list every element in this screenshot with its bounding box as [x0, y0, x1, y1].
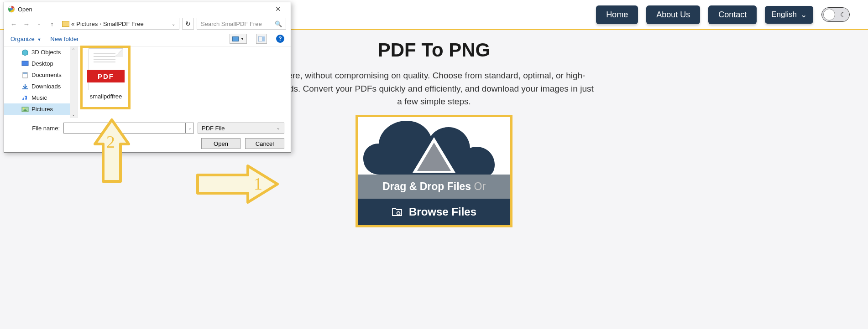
music-icon: [21, 95, 29, 101]
svg-point-13: [23, 108, 25, 109]
caret-down-icon: ⌄: [277, 126, 280, 130]
language-label: English: [771, 10, 797, 19]
svg-rect-11: [23, 72, 27, 74]
caret-down-icon: ▼: [241, 37, 244, 41]
pane-icon: [258, 36, 265, 41]
refresh-button[interactable]: ↻: [182, 18, 194, 30]
tree-scrollbar[interactable]: ⌃ ⌄: [70, 46, 77, 118]
tree-item-3d-objects[interactable]: 3D Objects: [4, 46, 77, 58]
folder-search-icon: [392, 207, 403, 217]
caret-down-icon: ▼: [37, 37, 41, 42]
organize-button[interactable]: Organize ▼: [10, 36, 41, 42]
dragdrop-label: Drag & Drop Files Or: [358, 175, 510, 199]
svg-point-2: [397, 211, 400, 215]
tree-item-music[interactable]: Music: [4, 92, 77, 103]
dialog-nav: ← → ⌄ ↑ « Pictures › SmallPDF Free ⌄ ↻ S…: [4, 16, 291, 31]
scroll-up-icon[interactable]: ⌃: [70, 46, 77, 54]
svg-rect-9: [22, 61, 28, 66]
close-button[interactable]: ✕: [269, 5, 287, 13]
search-icon: 🔍: [275, 21, 282, 27]
file-open-dialog: Open ✕ ← → ⌄ ↑ « Pictures › SmallPDF Fre…: [4, 2, 291, 153]
svg-marker-8: [22, 50, 28, 56]
back-button[interactable]: ←: [9, 19, 19, 29]
view-icon: [232, 36, 239, 41]
desktop-icon: [21, 61, 29, 67]
cloud-illustration: [358, 117, 510, 175]
dialog-title: Open: [18, 6, 269, 13]
chrome-icon: [8, 5, 15, 13]
scroll-down-icon[interactable]: ⌄: [70, 111, 77, 118]
help-button[interactable]: ?: [276, 35, 284, 43]
folder-tree: 3D Objects Desktop Documents Downloads M…: [4, 46, 77, 118]
file-item-smallpdffree[interactable]: PDF smallpdffree: [83, 48, 129, 100]
breadcrumb-current[interactable]: SmallPDF Free: [103, 21, 144, 27]
dialog-toolbar: Organize ▼ New folder ▼ ?: [4, 31, 291, 46]
dialog-titlebar: Open ✕: [4, 2, 291, 16]
dropzone[interactable]: Drag & Drop Files Or Browse Files: [356, 115, 512, 227]
dialog-footer: File name: ⌄ PDF File ⌄ Open Cancel: [4, 118, 291, 154]
cancel-button[interactable]: Cancel: [245, 138, 284, 149]
about-button[interactable]: About Us: [646, 5, 700, 24]
filename-dropdown[interactable]: ⌄: [186, 123, 194, 134]
home-button[interactable]: Home: [596, 5, 638, 24]
cube-icon: [21, 49, 29, 56]
moon-icon: ☾: [840, 11, 846, 18]
tree-item-documents[interactable]: Documents: [4, 69, 77, 81]
new-folder-button[interactable]: New folder: [50, 36, 78, 42]
svg-rect-7: [262, 36, 265, 41]
breadcrumb-pictures[interactable]: Pictures: [76, 21, 98, 27]
language-select[interactable]: English ⌄: [765, 6, 813, 24]
toggle-knob: [823, 9, 835, 21]
open-button[interactable]: Open: [201, 138, 241, 149]
breadcrumb-dropdown[interactable]: ⌄: [170, 21, 177, 26]
preview-pane-button[interactable]: [256, 34, 267, 44]
theme-toggle[interactable]: ☾: [821, 7, 850, 22]
download-icon: [21, 83, 29, 90]
file-list: PDF smallpdffree: [77, 46, 291, 118]
breadcrumb[interactable]: « Pictures › SmallPDF Free ⌄: [60, 18, 179, 30]
folder-icon: [62, 21, 69, 27]
chevron-down-icon: ⌄: [800, 10, 807, 20]
up-button[interactable]: ↑: [47, 19, 57, 29]
contact-button[interactable]: Contact: [708, 5, 757, 24]
view-mode-button[interactable]: ▼: [230, 34, 247, 44]
tree-item-desktop[interactable]: Desktop: [4, 58, 77, 69]
recent-dropdown[interactable]: ⌄: [34, 19, 44, 29]
tree-item-pictures[interactable]: Pictures ⌄: [4, 103, 77, 115]
browse-files-button[interactable]: Browse Files: [358, 199, 510, 225]
tree-item-downloads[interactable]: Downloads: [4, 81, 77, 92]
filename-input[interactable]: [63, 123, 186, 134]
forward-button[interactable]: →: [21, 19, 31, 29]
doc-icon: [21, 72, 29, 78]
pdf-thumbnail: PDF: [89, 48, 123, 90]
picture-icon: [21, 106, 29, 113]
filename-label: File name:: [10, 125, 60, 132]
filetype-select[interactable]: PDF File ⌄: [198, 123, 284, 134]
search-input[interactable]: Search SmallPDF Free 🔍: [197, 18, 286, 30]
